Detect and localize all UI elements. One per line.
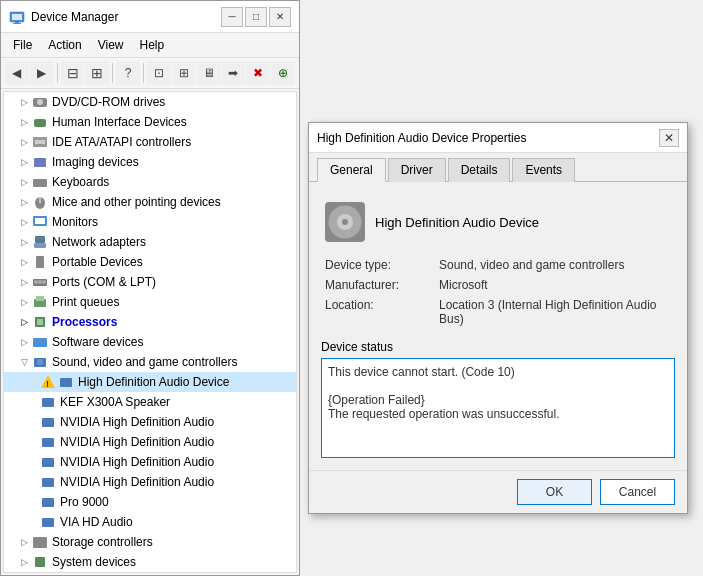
tb-view-button[interactable]: ⊡: [147, 61, 171, 85]
label-kef: KEF X300A Speaker: [60, 395, 170, 409]
svg-rect-37: [42, 498, 54, 507]
device-manager-window: Device Manager ─ □ ✕ File Action View He…: [0, 0, 300, 576]
label-keyboards: Keyboards: [52, 175, 109, 189]
label-system: System devices: [52, 555, 136, 569]
dm-maximize-button[interactable]: □: [245, 7, 267, 27]
toggle-ide[interactable]: ▷: [16, 134, 32, 150]
toggle-ports[interactable]: ▷: [16, 274, 32, 290]
tree-item-keyboards[interactable]: ▷ Keyboards: [4, 172, 296, 192]
toggle-software[interactable]: ▷: [16, 334, 32, 350]
label-nvidia1: NVIDIA High Definition Audio: [60, 415, 214, 429]
tb-expand-button[interactable]: ⊞: [85, 61, 109, 85]
toggle-keyboards[interactable]: ▷: [16, 174, 32, 190]
svg-text:!: !: [46, 379, 49, 389]
tree-item-system[interactable]: ▷ System devices: [4, 552, 296, 572]
label-nvidia2: NVIDIA High Definition Audio: [60, 435, 214, 449]
menu-help[interactable]: Help: [132, 35, 173, 55]
tree-item-hid[interactable]: ▷ Human Interface Devices: [4, 112, 296, 132]
tb-collapse-button[interactable]: ⊟: [61, 61, 85, 85]
dialog-buttons: OK Cancel: [309, 470, 687, 513]
menu-view[interactable]: View: [90, 35, 132, 55]
location-value: Location 3 (Internal High Definition Aud…: [439, 298, 671, 326]
tree-item-print[interactable]: ▷ Print queues: [4, 292, 296, 312]
icon-nvidia4: [40, 474, 56, 490]
label-pro9000: Pro 9000: [60, 495, 109, 509]
toggle-sound[interactable]: ▽: [16, 354, 32, 370]
toggle-hid[interactable]: ▷: [16, 114, 32, 130]
svg-point-21: [42, 280, 46, 284]
tb-forward-button[interactable]: ▶: [30, 61, 54, 85]
tb-add-button[interactable]: ⊕: [271, 61, 295, 85]
toggle-system[interactable]: ▷: [16, 554, 32, 570]
tree-item-nvidia1[interactable]: NVIDIA High Definition Audio: [4, 412, 296, 432]
props-close-button[interactable]: ✕: [659, 129, 679, 147]
dm-minimize-button[interactable]: ─: [221, 7, 243, 27]
toggle-hda: [32, 374, 40, 390]
tree-item-ide[interactable]: ▷ IDE ATA/ATAPI controllers: [4, 132, 296, 152]
cancel-button[interactable]: Cancel: [600, 479, 675, 505]
tree-item-processors[interactable]: ▷ Processors: [4, 312, 296, 332]
tree-item-nvidia2[interactable]: NVIDIA High Definition Audio: [4, 432, 296, 452]
tree-item-monitors[interactable]: ▷ Monitors: [4, 212, 296, 232]
properties-dialog: High Definition Audio Device Properties …: [308, 122, 688, 514]
svg-rect-23: [36, 296, 44, 301]
toggle-monitors[interactable]: ▷: [16, 214, 32, 230]
svg-rect-10: [33, 179, 47, 187]
tree-item-kef[interactable]: KEF X300A Speaker: [4, 392, 296, 412]
tree-item-via[interactable]: VIA HD Audio: [4, 512, 296, 532]
tree-item-hda[interactable]: ! High Definition Audio Device: [4, 372, 296, 392]
ok-button[interactable]: OK: [517, 479, 592, 505]
label-ide: IDE ATA/ATAPI controllers: [52, 135, 191, 149]
label-network: Network adapters: [52, 235, 146, 249]
menu-action[interactable]: Action: [40, 35, 89, 55]
tab-events[interactable]: Events: [512, 158, 575, 182]
tree-item-dvd[interactable]: ▷ DVD/CD-ROM drives: [4, 92, 296, 112]
icon-portable: [32, 254, 48, 270]
tb-arrow-button[interactable]: ➡: [222, 61, 246, 85]
toggle-portable[interactable]: ▷: [16, 254, 32, 270]
toggle-processors[interactable]: ▷: [16, 314, 32, 330]
props-content: High Definition Audio Device Device type…: [309, 182, 687, 470]
device-header: High Definition Audio Device: [321, 194, 675, 250]
device-status-section: Device status This device cannot start. …: [321, 340, 675, 458]
toggle-network[interactable]: ▷: [16, 234, 32, 250]
tree-item-imaging[interactable]: ▷ Imaging devices: [4, 152, 296, 172]
tb-refresh-button[interactable]: ⊞: [172, 61, 196, 85]
tree-item-ports[interactable]: ▷ Ports (COM & LPT): [4, 272, 296, 292]
device-tree[interactable]: ▷ DVD/CD-ROM drives ▷ Human Interface De…: [3, 91, 297, 573]
toggle-print[interactable]: ▷: [16, 294, 32, 310]
dm-title-bar: Device Manager ─ □ ✕: [1, 1, 299, 33]
tree-item-nvidia4[interactable]: NVIDIA High Definition Audio: [4, 472, 296, 492]
tree-item-network[interactable]: ▷ Network adapters: [4, 232, 296, 252]
tree-item-storage[interactable]: ▷ Storage controllers: [4, 532, 296, 552]
dm-menu-bar: File Action View Help: [1, 33, 299, 58]
toggle-storage[interactable]: ▷: [16, 534, 32, 550]
tb-screen-button[interactable]: 🖥: [197, 61, 221, 85]
tb-back-button[interactable]: ◀: [5, 61, 29, 85]
tab-details[interactable]: Details: [448, 158, 511, 182]
tree-item-sound[interactable]: ▽ Sound, video and game controllers: [4, 352, 296, 372]
icon-via: [40, 514, 56, 530]
svg-point-19: [34, 280, 38, 284]
manufacturer-value: Microsoft: [439, 278, 671, 292]
tree-item-software[interactable]: ▷ Software devices: [4, 332, 296, 352]
info-grid: Device type: Sound, video and game contr…: [321, 258, 675, 326]
tree-item-nvidia3[interactable]: NVIDIA High Definition Audio: [4, 452, 296, 472]
dm-close-button[interactable]: ✕: [269, 7, 291, 27]
tab-driver[interactable]: Driver: [388, 158, 446, 182]
label-hid: Human Interface Devices: [52, 115, 187, 129]
toggle-mice[interactable]: ▷: [16, 194, 32, 210]
menu-file[interactable]: File: [5, 35, 40, 55]
tab-general[interactable]: General: [317, 158, 386, 182]
status-text: This device cannot start. (Code 10) {Ope…: [328, 365, 559, 421]
tree-item-portable[interactable]: ▷ Portable Devices: [4, 252, 296, 272]
icon-network: [32, 234, 48, 250]
tree-item-mice[interactable]: ▷ Mice and other pointing devices: [4, 192, 296, 212]
tb-remove-button[interactable]: ✖: [246, 61, 270, 85]
tree-item-pro9000[interactable]: Pro 9000: [4, 492, 296, 512]
toggle-dvd[interactable]: ▷: [16, 94, 32, 110]
tree-item-usb[interactable]: ▷ Universal Serial Bus controllers: [4, 572, 296, 573]
tb-help-button[interactable]: ?: [116, 61, 140, 85]
svg-rect-3: [13, 23, 21, 24]
toggle-imaging[interactable]: ▷: [16, 154, 32, 170]
